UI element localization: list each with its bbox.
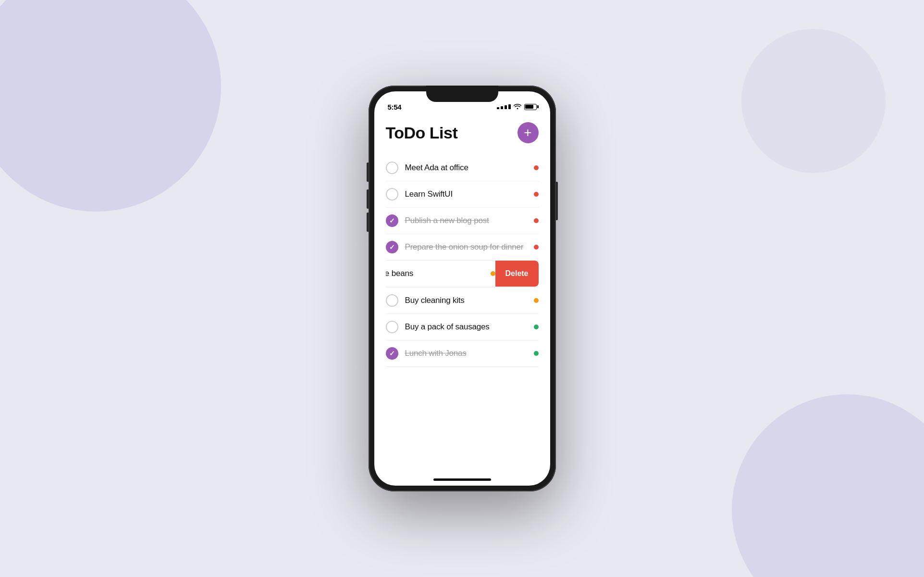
todo-text-2: Learn SwiftUI [405, 189, 529, 199]
priority-dot-8 [534, 351, 539, 356]
todo-item-3: ✓ Publish a new blog post [386, 208, 539, 234]
todo-text-6: Buy cleaning kits [405, 296, 529, 305]
checkmark-8: ✓ [389, 350, 395, 357]
checkmark-4: ✓ [389, 244, 395, 251]
add-todo-button[interactable]: + [517, 122, 539, 143]
signal-icon [497, 104, 511, 109]
priority-dot-4 [534, 245, 539, 250]
home-indicator [433, 478, 491, 481]
todo-text-5: y coffee beans [386, 269, 486, 278]
priority-dot-7 [534, 325, 539, 329]
wifi-icon [514, 103, 521, 111]
app-content: ToDo List + Meet Ada at office [374, 115, 550, 486]
delete-label: Delete [505, 269, 528, 278]
todo-item-4: ✓ Prepare the onion soup for dinner [386, 234, 539, 261]
todo-text-3: Publish a new blog post [405, 216, 529, 226]
checkbox-3[interactable]: ✓ [386, 214, 398, 227]
todo-item-5: y coffee beans Delete [386, 261, 495, 287]
todo-text-1: Meet Ada at office [405, 163, 529, 173]
todo-text-8: Lunch with Jonas [405, 349, 529, 358]
battery-icon [524, 104, 537, 110]
battery-fill [525, 105, 533, 109]
phone-frame: 5:54 [369, 86, 556, 491]
signal-bar-3 [505, 105, 507, 109]
todo-item-1: Meet Ada at office [386, 155, 539, 181]
app-header: ToDo List + [386, 120, 539, 143]
phone-screen: 5:54 [374, 91, 550, 486]
priority-dot-6 [534, 298, 539, 303]
delete-button[interactable]: Delete [495, 261, 539, 287]
todo-item-5-container: y coffee beans Delete [386, 261, 539, 288]
signal-bar-4 [508, 104, 511, 109]
signal-bar-1 [497, 107, 499, 109]
todo-list: Meet Ada at office Learn SwiftUI ✓ [386, 155, 539, 367]
todo-item-2: Learn SwiftUI [386, 181, 539, 208]
background-blob-1 [0, 0, 221, 212]
priority-dot-5 [491, 271, 495, 276]
notch [426, 86, 498, 102]
checkbox-6[interactable] [386, 294, 398, 307]
checkbox-2[interactable] [386, 188, 398, 201]
status-icons [497, 103, 537, 111]
todo-item-6: Buy cleaning kits [386, 288, 539, 314]
todo-item-7: Buy a pack of sausages [386, 314, 539, 340]
status-time: 5:54 [388, 103, 402, 111]
background-blob-2 [732, 394, 924, 577]
checkbox-8[interactable]: ✓ [386, 347, 398, 360]
priority-dot-2 [534, 192, 539, 197]
checkmark-3: ✓ [389, 217, 395, 224]
checkbox-4[interactable]: ✓ [386, 241, 398, 253]
todo-item-8: ✓ Lunch with Jonas [386, 340, 539, 367]
priority-dot-3 [534, 218, 539, 223]
checkbox-1[interactable] [386, 162, 398, 174]
signal-bar-2 [501, 106, 503, 109]
background-blob-3 [741, 29, 886, 173]
todo-text-4: Prepare the onion soup for dinner [405, 242, 529, 252]
app-title: ToDo List [386, 124, 458, 142]
checkbox-7[interactable] [386, 321, 398, 333]
priority-dot-1 [534, 165, 539, 170]
todo-text-7: Buy a pack of sausages [405, 322, 529, 332]
phone-container: 5:54 [369, 86, 556, 491]
